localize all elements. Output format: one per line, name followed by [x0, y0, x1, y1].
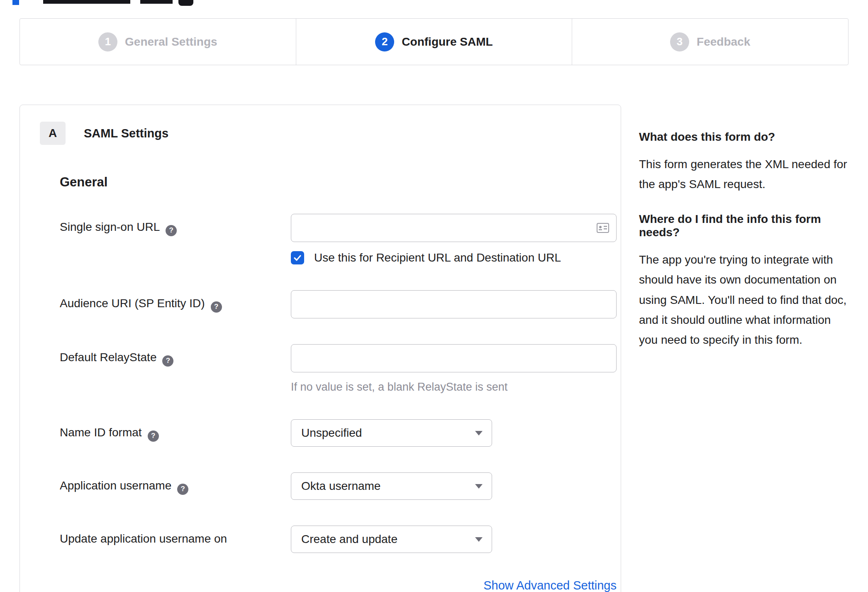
step-feedback[interactable]: 3 Feedback: [572, 19, 848, 65]
help-answer-2: The app you're trying to integrate with …: [639, 250, 848, 350]
select-value: Create and update: [301, 533, 397, 546]
step-number-badge: 3: [670, 32, 689, 51]
chevron-down-icon: [475, 431, 483, 435]
cropped-header-fragment: [140, 0, 173, 4]
sso-checkbox-row: Use this for Recipient URL and Destinati…: [291, 251, 617, 264]
relaystate-hint: If no value is set, a blank RelayState i…: [291, 381, 617, 394]
help-question-2: Where do I find the info this form needs…: [639, 213, 848, 239]
chevron-down-icon: [475, 484, 483, 489]
application-username-select[interactable]: Okta username: [291, 472, 492, 500]
step-label: General Settings: [125, 35, 217, 49]
step-label: Feedback: [697, 35, 750, 49]
application-username-label: Application username: [60, 479, 171, 492]
name-id-format-label: Name ID format: [60, 426, 142, 439]
cropped-header-fragment: [43, 0, 130, 4]
address-card-icon[interactable]: [597, 223, 609, 233]
panel-header: A SAML Settings: [40, 122, 596, 145]
recipient-url-checkbox-label: Use this for Recipient URL and Destinati…: [314, 251, 561, 264]
field-row-update-application-username: Update application username on Create an…: [60, 526, 596, 553]
show-advanced-settings-link[interactable]: Show Advanced Settings: [483, 579, 617, 592]
sso-url-input-wrap: [291, 214, 617, 242]
cropped-header-fragment: [12, 0, 19, 5]
update-application-username-select[interactable]: Create and update: [291, 526, 492, 553]
step-general-settings[interactable]: 1 General Settings: [20, 19, 296, 65]
group-title-general: General: [60, 175, 596, 190]
audience-uri-input[interactable]: [291, 290, 617, 318]
help-icon[interactable]: [211, 301, 222, 313]
help-answer-1: This form generates the XML needed for t…: [639, 154, 848, 194]
select-value: Okta username: [301, 479, 380, 493]
field-row-name-id-format: Name ID format Unspecified: [60, 419, 596, 447]
sso-url-label: Single sign-on URL: [60, 220, 160, 233]
field-row-single-sign-on-url: Single sign-on URL: [60, 214, 596, 264]
step-number-badge: 1: [98, 32, 117, 51]
help-icon[interactable]: [166, 225, 177, 236]
help-sidebar: What does this form do? This form genera…: [639, 130, 848, 368]
recipient-url-checkbox[interactable]: [291, 251, 304, 264]
help-icon[interactable]: [162, 355, 173, 367]
field-row-default-relaystate: Default RelayState If no value is set, a…: [60, 344, 596, 394]
cropped-header-icon: [178, 0, 193, 6]
help-icon[interactable]: [148, 431, 159, 442]
field-row-application-username: Application username Okta username: [60, 472, 596, 500]
select-value: Unspecified: [301, 426, 362, 440]
saml-settings-panel: A SAML Settings General Single sign-on U…: [20, 105, 621, 592]
relaystate-label: Default RelayState: [60, 351, 156, 364]
section-badge: A: [40, 122, 66, 145]
advanced-settings-row: Show Advanced Settings: [60, 579, 617, 592]
form-rows: Single sign-on URL: [60, 214, 596, 592]
help-icon[interactable]: [177, 484, 188, 495]
name-id-format-select[interactable]: Unspecified: [291, 419, 492, 447]
field-row-audience-uri: Audience URI (SP Entity ID): [60, 290, 596, 318]
step-label: Configure SAML: [402, 35, 493, 49]
section-title: SAML Settings: [84, 127, 168, 140]
relaystate-input[interactable]: [291, 344, 617, 372]
sso-url-input[interactable]: [291, 214, 617, 242]
audience-uri-label: Audience URI (SP Entity ID): [60, 297, 205, 310]
step-configure-saml[interactable]: 2 Configure SAML: [296, 19, 572, 65]
wizard-stepper: 1 General Settings 2 Configure SAML 3 Fe…: [20, 18, 848, 65]
check-icon: [293, 253, 302, 262]
help-question-1: What does this form do?: [639, 130, 848, 144]
step-number-badge: 2: [375, 32, 394, 51]
chevron-down-icon: [475, 537, 483, 542]
update-application-username-label: Update application username on: [60, 532, 227, 545]
